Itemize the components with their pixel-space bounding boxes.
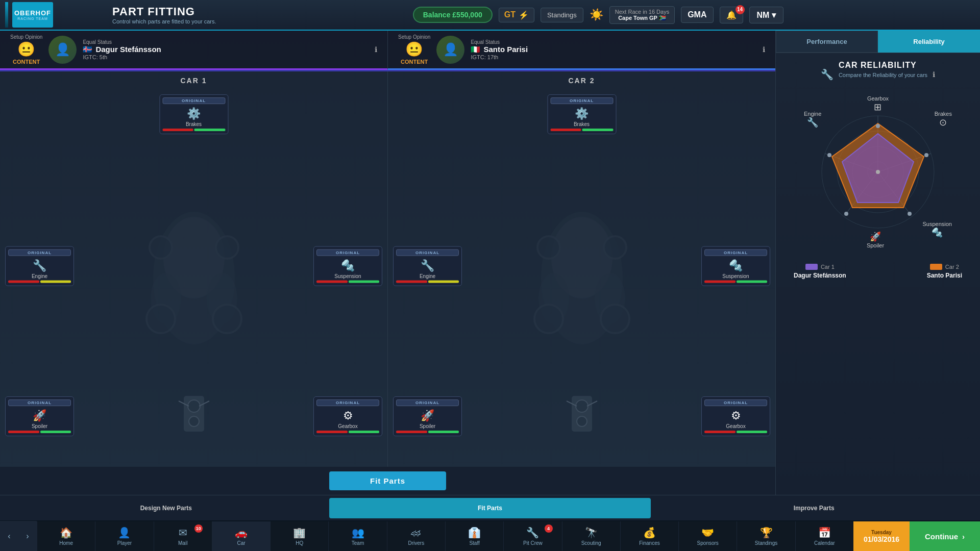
driver-info-car1: Equal Status 🇮🇸 Dagur Stefánsson IGTC: 5…	[83, 39, 369, 60]
gt-icon: ⚡	[519, 10, 529, 20]
driver-avatar-car2: 👤	[436, 36, 464, 64]
home-icon: 🏠	[60, 527, 72, 539]
nav-calendar[interactable]: 📅 Calendar	[795, 521, 853, 551]
mail-badge: 10	[194, 524, 203, 533]
standings-button[interactable]: Standings	[541, 8, 583, 22]
svg-point-42	[827, 153, 831, 157]
notification-button[interactable]: 🔔 14	[720, 7, 743, 23]
legend-area: Car 1 Dagur Stefánsson Car 2 Santo Paris…	[783, 259, 972, 284]
driver-avatar-car1: 👤	[48, 36, 77, 64]
continue-button[interactable]: Continue ›	[910, 521, 980, 551]
car2-engine-card[interactable]: ORIGINAL 🔧 Engine	[393, 246, 462, 286]
spoiler-label: 🚀 Spoiler	[860, 231, 891, 248]
car2-color-swatch	[930, 264, 942, 270]
next-race-label: Next Race in 16 Days	[615, 9, 669, 15]
svg-point-37	[876, 170, 880, 174]
weather-icon[interactable]: ☀️	[590, 8, 603, 21]
profile-button[interactable]: NM ▾	[749, 7, 783, 23]
driver-name-car1: 🇮🇸 Dagur Stefánsson	[83, 45, 369, 54]
design-new-parts-tab[interactable]: Design New Parts	[5, 498, 327, 518]
nav-staff[interactable]: 👔 Staff	[445, 521, 503, 551]
date-box[interactable]: Tuesday 01/03/2016	[853, 521, 910, 551]
equal-status-car2: Equal Status	[471, 39, 756, 45]
spoiler-icon: 🚀	[33, 409, 46, 422]
suspension-label: Suspension 🔩	[923, 221, 952, 238]
nav-drivers[interactable]: 🏎 Drivers	[387, 521, 445, 551]
svg-point-22	[576, 400, 588, 412]
brakes-chart-icon: ⊙	[935, 117, 952, 128]
nav-standings[interactable]: 🏆 Standings	[737, 521, 795, 551]
right-panel: Performance Reliability 🔧 CAR RELIABILIT…	[776, 31, 980, 495]
wrench-icon: 🔧	[821, 68, 834, 81]
svg-point-18	[601, 305, 629, 333]
fit-button-area: Fit Parts	[0, 467, 775, 495]
fit-parts-button[interactable]: Fit Parts	[329, 471, 446, 490]
content-label-car1: CONTENT	[13, 59, 40, 65]
car1-engine-card[interactable]: ORIGINAL 🔧 Engine	[5, 246, 74, 286]
engine-icon-c2: 🔧	[421, 259, 434, 272]
suspension-icon: 🔩	[341, 259, 355, 272]
driver-rank-car2: IGTC: 17th	[471, 54, 756, 60]
gearbox-chart-icon: ⊞	[867, 102, 889, 113]
driver-headers: Setup Opinion 😐 CONTENT 👤 Equal Status 🇮…	[0, 31, 775, 71]
nav-next-button[interactable]: ›	[18, 521, 37, 551]
gma-badge[interactable]: GMA	[681, 7, 713, 23]
equal-status-car1: Equal Status	[83, 39, 369, 45]
notification-badge: 14	[736, 5, 745, 14]
car2-suspension-card[interactable]: ORIGINAL 🔩 Suspension	[701, 246, 770, 286]
nav-player[interactable]: 👤 Player	[95, 521, 153, 551]
reliability-info-icon[interactable]: ℹ	[933, 70, 935, 79]
brakes-icon-c2: ⚙️	[575, 107, 589, 120]
mail-icon: ✉	[179, 527, 187, 539]
nav-car[interactable]: 🚗 Car	[212, 521, 270, 551]
reliability-tab[interactable]: Reliability	[878, 31, 980, 53]
car1-brakes-card[interactable]: ORIGINAL ⚙️ Brakes	[159, 94, 228, 134]
gt-badge[interactable]: GT ⚡	[499, 8, 534, 22]
car1-gearbox-card[interactable]: ORIGINAL ⚙ Gearbox	[313, 396, 382, 436]
car2-brakes-card[interactable]: ORIGINAL ⚙️ Brakes	[547, 94, 616, 134]
bottom-tabs: Design New Parts Fit Parts Improve Parts	[0, 495, 980, 520]
page-title: PART FITTING	[112, 5, 216, 18]
nav-team[interactable]: 👥 Team	[328, 521, 386, 551]
bottom-nav: ‹ › 🏠 Home 👤 Player ✉ Mail 10 🚗 Car 🏢 HQ…	[0, 520, 980, 551]
driver-rank-car1: IGTC: 5th	[83, 54, 369, 60]
nav-pit-crew[interactable]: 🔧 Pit Crew 4	[503, 521, 561, 551]
nav-mail[interactable]: ✉ Mail 10	[154, 521, 212, 551]
driver-header-car1: Setup Opinion 😐 CONTENT 👤 Equal Status 🇮…	[0, 31, 387, 70]
svg-point-39	[924, 153, 928, 157]
setup-label-car1: Setup Opinion	[10, 34, 42, 40]
balance-button[interactable]: Balance £550,000	[413, 7, 493, 23]
team-sub: RACING TEAM	[17, 17, 48, 20]
race-info: Next Race in 16 Days Cape Town GP 🇿🇦	[609, 6, 675, 24]
suspension-icon-c2: 🔩	[729, 259, 743, 272]
bell-icon: 🔔	[726, 11, 737, 19]
nav-arrows: ‹ ›	[0, 521, 37, 551]
gearbox-icon: ⚙	[343, 409, 353, 422]
nav-home[interactable]: 🏠 Home	[37, 521, 95, 551]
driver-info-car2: Equal Status 🇮🇹 Santo Parisi IGTC: 17th	[471, 39, 756, 60]
info-icon-car1[interactable]: ℹ	[375, 45, 377, 54]
legend-car1: Car 1 Dagur Stefánsson	[794, 264, 846, 279]
staff-icon: 👔	[468, 527, 481, 539]
info-icon-car2[interactable]: ℹ	[763, 45, 765, 54]
nav-hq[interactable]: 🏢 HQ	[270, 521, 328, 551]
fit-parts-tab[interactable]: Fit Parts	[329, 498, 651, 518]
pit-crew-icon: 🔧	[526, 527, 539, 539]
car1-spoiler-card[interactable]: ORIGINAL 🚀 Spoiler	[5, 396, 74, 436]
improve-parts-tab[interactable]: Improve Parts	[653, 498, 975, 518]
gearbox-label: Gearbox ⊞	[867, 95, 889, 113]
nav-prev-button[interactable]: ‹	[0, 521, 18, 551]
svg-point-4	[146, 305, 175, 333]
legend-car2-driver: Santo Parisi	[927, 272, 962, 279]
nav-scouting[interactable]: 🔭 Scouting	[562, 521, 620, 551]
car2-transmission-graphic	[561, 391, 602, 439]
nav-finances[interactable]: 💰 Finances	[620, 521, 678, 551]
car2-gearbox-card[interactable]: ORIGINAL ⚙ Gearbox	[701, 396, 770, 436]
nav-sponsors[interactable]: 🤝 Sponsors	[678, 521, 737, 551]
performance-tab[interactable]: Performance	[776, 31, 878, 53]
car2-spoiler-card[interactable]: ORIGINAL 🚀 Spoiler	[393, 396, 462, 436]
car1-suspension-card[interactable]: ORIGINAL 🔩 Suspension	[313, 246, 382, 286]
logo-area: OBERHOF RACING TEAM	[5, 2, 107, 28]
page-title-area: PART FITTING Control which parts are fit…	[112, 5, 216, 24]
legend-car2: Car 2 Santo Parisi	[927, 264, 962, 279]
